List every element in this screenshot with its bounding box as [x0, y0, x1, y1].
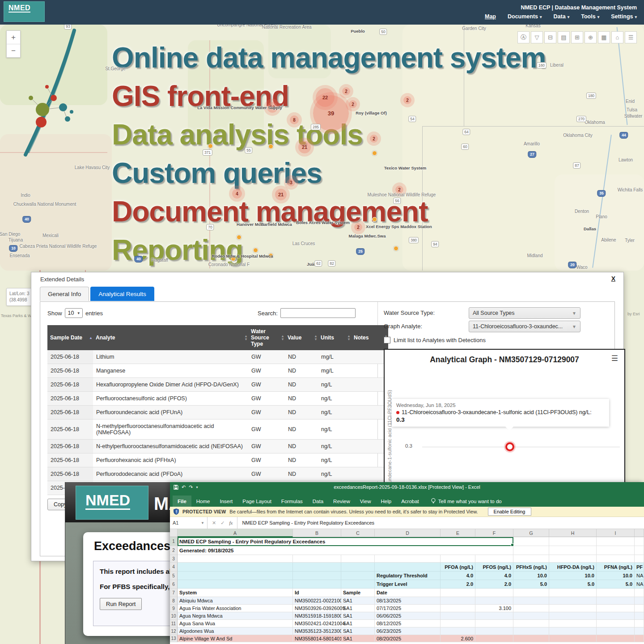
cell-F13[interactable] — [475, 635, 513, 642]
cell-D10[interactable]: 06/06/2025 — [375, 612, 441, 620]
cell-C10[interactable]: SA1 — [341, 612, 375, 620]
cell-C5[interactable] — [341, 572, 375, 580]
cell-F5[interactable]: 4.0 — [475, 572, 513, 580]
cell-H5[interactable]: 10.0 — [549, 572, 597, 580]
cell-A2[interactable]: Generated: 09/18/2025 — [178, 546, 513, 555]
select-all-corner[interactable] — [170, 529, 178, 537]
ribbon-tab-review[interactable]: Review — [328, 496, 355, 507]
cell-B7[interactable]: Id — [293, 589, 341, 597]
cell-G5[interactable]: 10.0 — [513, 572, 549, 580]
cell-F10[interactable] — [475, 612, 513, 620]
row-header-13[interactable]: 13 — [170, 635, 178, 642]
ribbon-tab-insert[interactable]: Insert — [215, 496, 238, 507]
ribbon-tab-data[interactable]: Data — [308, 496, 328, 507]
map-cluster[interactable]: 2 — [403, 96, 411, 104]
map-cluster[interactable]: 8 — [290, 115, 299, 124]
cell-C8[interactable]: SA1 — [341, 597, 375, 605]
cell-J4[interactable]: PF — [635, 563, 644, 572]
cell-H3[interactable] — [549, 555, 597, 563]
cell-I12[interactable] — [597, 627, 635, 635]
table-row[interactable]: 2025-06-18Perfluorododecanoic acid (PFDo… — [47, 467, 388, 481]
cell-J2[interactable] — [635, 546, 644, 555]
customize-qat-icon[interactable]: ▾ — [196, 485, 198, 489]
cell-A8[interactable]: Abiquiu Mdwca — [178, 597, 293, 605]
map-marker-dot[interactable] — [253, 248, 258, 253]
cell-D4[interactable] — [375, 563, 441, 572]
cell-H11[interactable] — [549, 620, 597, 627]
cell-G10[interactable] — [513, 612, 549, 620]
home-icon[interactable]: ⌂ — [611, 31, 623, 43]
cell-A10[interactable]: Agua Negra Mdwca — [178, 612, 293, 620]
cell-D7[interactable]: Date — [375, 589, 441, 597]
map-marker-dot[interactable] — [372, 217, 377, 222]
column-header-analyte[interactable]: Analyte▴▾ — [93, 325, 248, 350]
column-header-value[interactable]: Value▴▾ — [285, 325, 318, 350]
cell-H8[interactable] — [549, 597, 597, 605]
cell-J8[interactable] — [635, 597, 644, 605]
zoom-out-button[interactable]: − — [7, 44, 20, 57]
column-header-water-source-type[interactable]: Water Source Type▴▾ — [248, 325, 285, 350]
cell-F3[interactable] — [475, 555, 513, 563]
column-header-I[interactable]: I — [597, 529, 635, 537]
ribbon-tab-file[interactable]: File — [173, 496, 191, 507]
cell-C3[interactable] — [341, 555, 375, 563]
cell-B4[interactable] — [293, 563, 341, 572]
measure-icon[interactable]: ⊟ — [544, 31, 556, 43]
locate-icon[interactable]: Ⓐ — [517, 31, 530, 43]
table-row[interactable]: 2025-06-18ManganeseGWNDmg/L — [47, 364, 388, 378]
cell-F4[interactable]: PFOS (ng/L) — [475, 563, 513, 572]
cell-E9[interactable] — [441, 605, 475, 612]
cell-B6[interactable] — [293, 580, 341, 589]
ribbon-tab-help[interactable]: Help — [376, 496, 397, 507]
cell-A6[interactable] — [178, 580, 293, 589]
cell-E5[interactable]: 4.0 — [441, 572, 475, 580]
enable-editing-button[interactable]: Enable Editing — [488, 508, 531, 516]
zoom-in-box-icon[interactable]: ⊞ — [571, 31, 583, 43]
table-row[interactable]: 2025-06-18Perfluorohexanoic acid (PFHxA)… — [47, 453, 388, 467]
insert-function-icon[interactable]: fx — [229, 520, 233, 525]
row-header-2[interactable]: 2 — [170, 546, 178, 555]
cell-G11[interactable] — [513, 620, 549, 627]
redo-icon[interactable]: ↷ — [189, 484, 193, 490]
limit-analytes-checkbox[interactable] — [384, 337, 390, 343]
cell-I4[interactable]: PFNA (ng/L) — [597, 563, 635, 572]
menu-map[interactable]: Map — [485, 13, 496, 20]
column-header-D[interactable]: D — [375, 529, 441, 537]
cell-D9[interactable]: 07/17/2025 — [375, 605, 441, 612]
cell-G1[interactable] — [513, 537, 549, 546]
nmed-logo[interactable]: NMED — [76, 486, 148, 520]
cell-J9[interactable] — [635, 605, 644, 612]
cell-A12[interactable]: Algodones Wua — [178, 627, 293, 635]
cell-I8[interactable] — [597, 597, 635, 605]
cell-H4[interactable]: HFPO-DA (ng/L) — [549, 563, 597, 572]
column-header-sample-date[interactable]: Sample Date▴ — [47, 325, 93, 350]
cell-G6[interactable]: 5.0 — [513, 580, 549, 589]
ribbon-tab-page-layout[interactable]: Page Layout — [237, 496, 276, 507]
cell-E8[interactable] — [441, 597, 475, 605]
column-header-F[interactable]: F — [475, 529, 513, 537]
menu-settings[interactable]: Settings▾ — [611, 13, 637, 20]
column-header-partial[interactable] — [635, 529, 644, 537]
table-row[interactable]: 2025-06-18N-ethylperfluorooctanesulfonam… — [47, 440, 388, 453]
row-header-8[interactable]: 8 — [170, 597, 178, 605]
cell-E11[interactable] — [441, 620, 475, 627]
cell-C11[interactable]: SA1 — [341, 620, 375, 627]
cell-H6[interactable]: 5.0 — [549, 580, 597, 589]
cell-J3[interactable] — [635, 555, 644, 563]
row-header-12[interactable]: 12 — [170, 627, 178, 635]
column-header-notes[interactable]: Notes▴▾ — [351, 325, 388, 350]
cell-F11[interactable] — [475, 620, 513, 627]
menu-data[interactable]: Data▾ — [554, 13, 570, 20]
cell-D6[interactable]: Trigger Level — [375, 580, 441, 589]
cell-H7[interactable] — [549, 589, 597, 597]
cell-D13[interactable]: 08/20/2025 — [375, 635, 441, 642]
cell-G3[interactable] — [513, 555, 549, 563]
cell-G13[interactable] — [513, 635, 549, 642]
map-marker-dot[interactable] — [208, 144, 213, 148]
ribbon-tab-home[interactable]: Home — [191, 496, 215, 507]
tab-general-info[interactable]: General Info — [40, 287, 89, 301]
cell-E12[interactable] — [441, 627, 475, 635]
cell-C4[interactable] — [341, 563, 375, 572]
map-cluster[interactable]: 22 — [316, 88, 335, 107]
cell-I5[interactable]: 10.0 — [597, 572, 635, 580]
